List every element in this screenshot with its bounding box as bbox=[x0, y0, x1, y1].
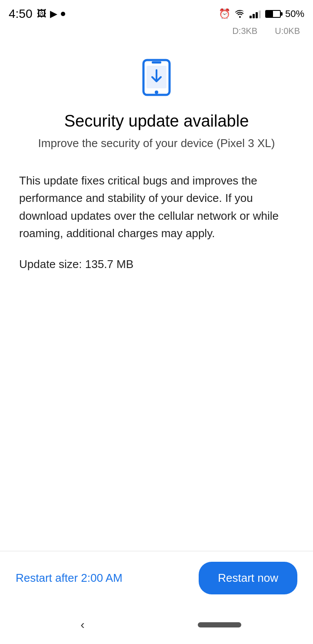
back-button[interactable]: ‹ bbox=[72, 614, 93, 636]
dot-notification-icon bbox=[61, 12, 65, 16]
image-notification-icon: 🖼 bbox=[37, 8, 47, 20]
battery-percentage: 50% bbox=[285, 8, 304, 20]
status-left: 4:50 🖼 ▶ bbox=[9, 7, 65, 21]
restart-later-button[interactable]: Restart after 2:00 AM bbox=[16, 567, 123, 589]
status-bar: 4:50 🖼 ▶ ⏰ 50% bbox=[0, 0, 313, 26]
svg-rect-2 bbox=[152, 61, 161, 64]
svg-point-3 bbox=[155, 91, 158, 94]
phone-download-icon bbox=[137, 58, 176, 99]
network-upload: U:0KB bbox=[275, 26, 300, 36]
page-subtitle: Improve the security of your device (Pix… bbox=[38, 137, 275, 150]
signal-icon bbox=[250, 10, 261, 18]
page-title: Security update available bbox=[64, 112, 249, 131]
restart-now-button[interactable]: Restart now bbox=[199, 562, 297, 594]
alarm-icon: ⏰ bbox=[219, 8, 230, 20]
home-pill[interactable] bbox=[198, 622, 241, 627]
status-notification-icons: 🖼 ▶ bbox=[37, 8, 65, 20]
status-time: 4:50 bbox=[9, 7, 33, 21]
network-info: D:3KB U:0KB bbox=[0, 26, 313, 36]
battery-icon bbox=[265, 10, 281, 18]
network-download: D:3KB bbox=[232, 26, 257, 36]
nav-bar: ‹ bbox=[0, 606, 313, 644]
bottom-actions: Restart after 2:00 AM Restart now bbox=[0, 551, 313, 605]
update-description: This update fixes critical bugs and impr… bbox=[19, 172, 294, 242]
video-notification-icon: ▶ bbox=[50, 8, 57, 20]
main-content: Security update available Improve the se… bbox=[0, 45, 313, 271]
status-right: ⏰ 50% bbox=[219, 8, 304, 20]
wifi-icon bbox=[235, 10, 245, 18]
update-size: Update size: 135.7 MB bbox=[19, 258, 294, 271]
